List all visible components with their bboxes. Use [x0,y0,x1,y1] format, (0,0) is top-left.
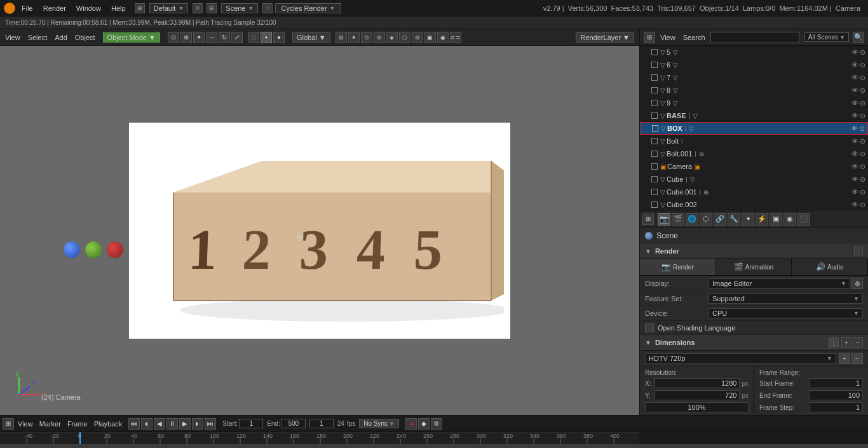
outliner-item-6[interactable]: ▽ 6 ▽ 👁 ⊙ [640,58,868,71]
prop-icon-object[interactable]: ⬡ [700,213,712,226]
start-frame-timeline[interactable]: 1 [239,419,263,428]
render-engine-selector[interactable]: Cycles Render ▼ [275,3,341,13]
outliner-item-5[interactable]: ▽ 5 ▽ 👁 ⊙ [640,46,868,58]
outliner-item-8[interactable]: ▽ 8 ▽ 👁 ⊙ [640,84,868,97]
play-prev-btn[interactable]: ⏴ [141,418,153,430]
eye-camera[interactable] [651,163,658,170]
outliner-header-icon[interactable]: ⊞ [644,32,655,43]
cursor-icon-base[interactable]: ⊙ [860,112,865,120]
play-rev-btn[interactable]: ◀ [154,418,165,430]
eye-base[interactable] [651,112,658,119]
hdtv-minus-btn[interactable]: − [851,353,863,364]
eye-close-9[interactable] [651,100,658,106]
dim-expand-btn[interactable]: ⋮ [829,337,839,348]
blender-logo-icon[interactable] [3,1,17,15]
prop-icon-texture[interactable]: ⬛ [797,213,810,226]
outliner-item-box[interactable]: ▽ BOX | ▽ 👁 ⊙ [640,122,868,135]
viewport-overlay-1[interactable]: ⊞ [336,32,347,43]
outliner-item-7[interactable]: ▽ 7 ▽ 👁 ⊙ [640,71,868,84]
workspace-selector[interactable]: Default ▼ [149,3,189,13]
play-stop-btn[interactable]: ⏸ [166,418,178,430]
hdtv-dropdown[interactable]: HDTV 720p ▼ [645,353,836,363]
menu-help[interactable]: Help [106,3,131,13]
record-keyframe-btn[interactable]: ◆ [418,418,430,430]
outliner-view-label[interactable]: View [660,34,675,41]
scene-scope-dropdown[interactable]: All Scenes ▼ [804,32,849,42]
prop-header-icon[interactable]: ⊞ [642,214,654,225]
cursor-icon-6[interactable]: ⊙ [860,61,865,69]
eye-icon-9[interactable]: 👁 [851,99,858,107]
eye-close-7[interactable] [651,74,658,81]
viewport-tool-2[interactable]: ⊕ [180,32,192,43]
outliner-search-input[interactable] [710,32,799,43]
eye-icon-cube002[interactable]: 👁 [851,201,858,209]
prop-icon-world[interactable]: 🌐 [686,213,698,226]
end-frame-input[interactable]: 100 [809,390,863,400]
viewport-tool-1[interactable]: ⊙ [168,32,179,43]
outliner-search-label[interactable]: Search [683,34,705,41]
eye-icon-base[interactable]: 👁 [851,112,858,120]
outliner-search-icon[interactable]: 🔍 [853,32,864,43]
eye-close-6[interactable] [651,62,658,68]
res-percent[interactable]: 100% [645,402,749,412]
hdtv-plus-btn[interactable]: + [839,353,850,364]
eye-icon-cube001[interactable]: 👁 [851,188,858,196]
viewport-shading-wire[interactable]: □ [248,32,259,43]
prop-icon-scene[interactable]: 🎬 [672,213,684,226]
viewport-overlay-5[interactable]: ◈ [386,32,398,43]
viewport-shading-solid[interactable]: ▪ [261,32,272,43]
tab-audio[interactable]: 🔊 Audio [792,259,868,275]
render-section-header[interactable]: ▼ Render ⋮ [640,244,868,259]
viewport-overlay-8[interactable]: ▣ [424,32,436,43]
dim-plus-btn[interactable]: + [841,337,851,348]
frame-step-input[interactable]: 1 [809,402,863,412]
scene-selector[interactable]: Scene ▼ [221,3,258,13]
current-frame-input[interactable]: 1 [309,419,334,428]
eye-bolt[interactable] [651,138,658,144]
mode-selector[interactable]: Object Mode ▼ [103,32,160,43]
prop-icon-particles[interactable]: ✦ [742,213,754,226]
viewport-overlay-4[interactable]: ⊕ [374,32,385,43]
cursor-icon-box[interactable]: ⊙ [859,125,865,133]
viewport-tool-6[interactable]: ⤢ [231,32,243,43]
timeline-header-icon[interactable]: ⊞ [3,418,14,430]
eye-icon-bolt001[interactable]: 👁 [851,150,858,158]
record-settings-btn[interactable]: ⚙ [431,418,442,430]
feature-set-dropdown[interactable]: Supported ▼ [709,294,863,304]
viewport-overlay-7[interactable]: ⊛ [412,32,423,43]
viewport-overlay-3[interactable]: ⊙ [361,32,372,43]
shading-checkbox[interactable] [645,323,654,332]
outliner-item-bolt001[interactable]: ▽ Bolt.001 | ⊕ 👁 ⊙ [640,147,868,160]
cursor-icon-cube[interactable]: ⊙ [860,175,865,184]
render-section-expand[interactable]: ⋮ [854,247,863,255]
timeline-view-label[interactable]: View [18,420,33,428]
scene-grid-icon[interactable]: ⊞ [207,3,217,13]
prop-icon-render[interactable]: 📷 [658,213,670,226]
cursor-icon-5[interactable]: ⊙ [860,48,865,57]
eye-icon-camera[interactable]: 👁 [851,163,858,171]
eye-icon-cube[interactable]: 👁 [851,175,858,184]
eye-cube001[interactable] [651,189,658,195]
eye-cube[interactable] [651,176,658,182]
eye-icon-5[interactable]: 👁 [851,48,858,57]
cursor-icon-bolt[interactable]: ⊙ [860,137,865,146]
viewport-menu-view[interactable]: View [5,34,20,41]
cursor-icon-cube001[interactable]: ⊙ [860,188,865,196]
eye-cube002[interactable] [651,201,658,208]
viewport-tool-3[interactable]: ✦ [193,32,205,43]
res-y-input[interactable]: 720 [654,390,740,400]
tab-animation[interactable]: 🎬 Animation [716,259,792,275]
eye-bolt001[interactable] [651,151,658,157]
eye-icon-7[interactable]: 👁 [851,74,858,82]
cursor-icon-9[interactable]: ⊙ [860,99,865,107]
end-frame-timeline[interactable]: 500 [281,419,306,428]
outliner-item-base[interactable]: ▽ BASE | ▽ 👁 ⊙ [640,109,868,122]
timeline-ruler[interactable]: -40 -20 0 20 40 60 80 100 120 140 160 18… [0,431,868,444]
play-last-btn[interactable]: ⏭ [205,418,216,430]
menu-file[interactable]: File [17,3,38,13]
viewport-menu-add[interactable]: Add [55,34,67,41]
workspace-add-icon[interactable]: ✕ [193,3,203,13]
viewport-tool-5[interactable]: ↻ [219,32,230,43]
outliner-item-bolt[interactable]: ▽ Bolt | 👁 ⊙ [640,135,868,147]
viewport-menu-object[interactable]: Object [75,34,95,41]
